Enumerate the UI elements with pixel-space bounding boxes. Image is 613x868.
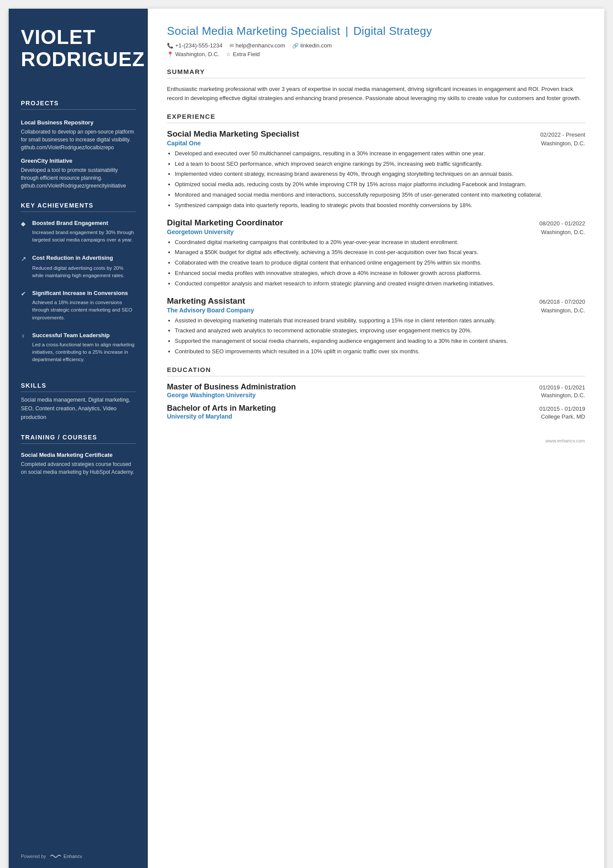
- project-1-title: Local Business Repository: [21, 119, 136, 126]
- bullet-item: Optimized social media ads, reducing cos…: [175, 180, 585, 189]
- experience-1-company-line: Capital One Washington, D.C.: [167, 140, 585, 147]
- education-1-header: Master of Business Administration 01/201…: [167, 382, 585, 392]
- skills-text: Social media management, Digital marketi…: [21, 395, 136, 422]
- resume-title: Social Media Marketing Specialist | Digi…: [167, 24, 585, 38]
- experience-1-header: Social Media Marketing Specialist 02/202…: [167, 129, 585, 139]
- brand-name: Enhancv: [63, 854, 82, 859]
- email-contact: ✉ help@enhancv.com: [230, 42, 285, 49]
- experience-3-company-line: The Advisory Board Company Washington, D…: [167, 307, 585, 314]
- summary-text: Enthusiastic marketing professional with…: [167, 84, 585, 103]
- bullet-item: Developed and executed over 50 multichan…: [175, 149, 585, 158]
- resume-container: VIOLET RODRIGUEZ PROJECTS Local Business…: [9, 9, 604, 868]
- project-1-desc: Collaborated to develop an open-source p…: [21, 128, 136, 151]
- phone-value: +1-(234)-555-1234: [175, 42, 223, 49]
- extra-value: Extra Field: [233, 51, 260, 57]
- achievement-3-desc: Achieved a 18% increase in conversions t…: [32, 299, 136, 322]
- experience-3-header: Marketing Assistant 06/2018 - 07/2020: [167, 296, 585, 306]
- title-part2: Digital Strategy: [353, 24, 432, 37]
- bullet-item: Implemented video content strategy, incr…: [175, 170, 585, 179]
- achievement-1-title: Boosted Brand Engagement: [32, 220, 108, 227]
- education-1-degree: Master of Business Administration: [167, 382, 296, 392]
- linkedin-value: linkedin.com: [300, 42, 332, 49]
- education-2-degree: Bachelor of Arts in Marketing: [167, 404, 276, 413]
- projects-section-title: PROJECTS: [21, 100, 136, 110]
- education-2-header: Bachelor of Arts in Marketing 01/2015 - …: [167, 404, 585, 413]
- experience-2-bullets: Coordinated digital marketing campaigns …: [167, 238, 585, 288]
- education-2-dates: 01/2015 - 01/2019: [539, 406, 585, 412]
- sidebar-footer: Powered by Enhancv: [21, 840, 136, 859]
- phone-icon: 📞: [167, 43, 173, 49]
- experience-2-company: Georgetown University: [167, 228, 233, 235]
- contact-line-1: 📞 +1-(234)-555-1234 ✉ help@enhancv.com 🔗…: [167, 42, 585, 49]
- experience-3-location: Washington, D.C.: [541, 307, 585, 314]
- powered-by-label: Powered by: [21, 854, 46, 859]
- bullet-item: Conducted competitor analysis and market…: [175, 279, 585, 288]
- experience-3-dates: 06/2018 - 07/2020: [539, 298, 585, 305]
- main-content: Social Media Marketing Specialist | Digi…: [148, 9, 604, 868]
- email-value: help@enhancv.com: [236, 42, 285, 49]
- experience-divider: [167, 123, 585, 123]
- training-section-title: TRAINING / COURSES: [21, 434, 136, 444]
- title-separator: |: [345, 24, 348, 37]
- education-1-school: George Washington University: [167, 392, 256, 399]
- bullet-item: Enhanced social media profiles with inno…: [175, 269, 585, 278]
- bullet-item: Supported the management of social media…: [175, 337, 585, 346]
- experience-1-role: Social Media Marketing Specialist: [167, 129, 299, 139]
- skills-section-title: SKILLS: [21, 382, 136, 392]
- summary-divider: [167, 78, 585, 78]
- footer-url: www.enhancv.com: [546, 438, 585, 443]
- contact-line-2: 📍 Washington, D.C. ☆ Extra Field: [167, 51, 585, 57]
- achievement-1-icon: ◆: [21, 220, 29, 227]
- education-divider: [167, 376, 585, 376]
- experience-1-bullets: Developed and executed over 50 multichan…: [167, 149, 585, 210]
- star-icon: ☆: [226, 51, 231, 57]
- education-2-school-line: University of Maryland College Park, MD: [167, 413, 585, 420]
- summary-section-title: SUMMARY: [167, 68, 585, 75]
- experience-2-company-line: Georgetown University Washington, D.C.: [167, 228, 585, 235]
- link-icon: 🔗: [292, 43, 299, 49]
- experience-2-location: Washington, D.C.: [541, 229, 585, 235]
- education-1-school-line: George Washington University Washington,…: [167, 392, 585, 399]
- experience-2-role: Digital Marketing Coordinator: [167, 218, 283, 228]
- project-1: Local Business Repository Collaborated t…: [21, 113, 136, 151]
- experience-3-role: Marketing Assistant: [167, 296, 245, 306]
- achievement-3-title: Significant Increase in Conversions: [32, 290, 128, 297]
- training-1-desc: Completed advanced strategies course foc…: [21, 460, 136, 476]
- bullet-item: Monitored and managed social media menti…: [175, 191, 585, 200]
- achievement-3-icon: ✔: [21, 290, 29, 297]
- achievement-4-desc: Led a cross-functional team to align mar…: [32, 341, 136, 364]
- bullet-item: Collaborated with the creative team to p…: [175, 258, 585, 268]
- candidate-name: VIOLET RODRIGUEZ: [21, 26, 136, 70]
- experience-section-title: EXPERIENCE: [167, 113, 585, 120]
- experience-3: Marketing Assistant 06/2018 - 07/2020 Th…: [167, 296, 585, 356]
- achievement-2-title: Cost Reduction in Advertising: [32, 255, 113, 262]
- experience-1: Social Media Marketing Specialist 02/202…: [167, 129, 585, 210]
- achievement-4-icon: ♀: [21, 332, 29, 339]
- experience-1-company: Capital One: [167, 140, 201, 147]
- achievement-1-desc: Increased brand engagement by 30% throug…: [32, 229, 136, 244]
- training-1-title: Social Media Marketing Certificate: [21, 452, 136, 458]
- education-section-title: EDUCATION: [167, 366, 585, 373]
- achievement-4: ♀ Successful Team Leadership Led a cross…: [21, 332, 136, 364]
- achievement-1: ◆ Boosted Brand Engagement Increased bra…: [21, 220, 136, 244]
- experience-1-location: Washington, D.C.: [541, 140, 585, 147]
- enhancv-logo-icon: [49, 853, 61, 859]
- bullet-item: Synthesized campaign data into quarterly…: [175, 201, 585, 210]
- linkedin-contact: 🔗 linkedin.com: [292, 42, 332, 49]
- achievement-2-icon: ↗: [21, 255, 29, 263]
- location-icon: 📍: [167, 51, 173, 57]
- bullet-item: Assisted in developing marketing materia…: [175, 316, 585, 325]
- education-2-location: College Park, MD: [541, 413, 585, 420]
- education-1: Master of Business Administration 01/201…: [167, 382, 585, 399]
- title-part1: Social Media Marketing Specialist: [167, 24, 340, 37]
- experience-3-bullets: Assisted in developing marketing materia…: [167, 316, 585, 356]
- experience-1-dates: 02/2022 - Present: [540, 131, 585, 138]
- experience-2: Digital Marketing Coordinator 08/2020 - …: [167, 218, 585, 288]
- education-2: Bachelor of Arts in Marketing 01/2015 - …: [167, 404, 585, 420]
- location-value: Washington, D.C.: [175, 51, 219, 57]
- bullet-item: Tracked and analyzed web analytics to re…: [175, 326, 585, 335]
- project-2-desc: Developed a tool to promote sustainabili…: [21, 166, 136, 190]
- bullet-item: Led a team to boost SEO performance, whi…: [175, 160, 585, 169]
- bullet-item: Coordinated digital marketing campaigns …: [175, 238, 585, 247]
- achievement-3: ✔ Significant Increase in Conversions Ac…: [21, 290, 136, 322]
